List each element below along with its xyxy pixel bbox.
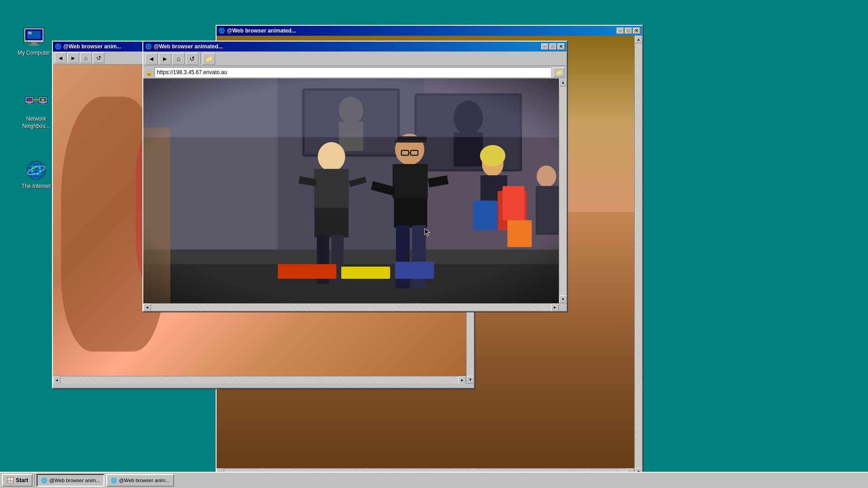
my-computer-icon[interactable]: My Computer — [14, 27, 54, 57]
network-icon-img — [24, 95, 48, 115]
scroll-down-front[interactable]: ▼ — [559, 296, 567, 303]
svg-point-16 — [42, 99, 44, 101]
my-computer-label: My Computer — [18, 50, 50, 57]
scroll-left-front[interactable]: ◄ — [143, 304, 151, 311]
window-front: 🌐 @Web browser animated... ─ □ ✕ ◄ ► ⌂ ↺… — [142, 41, 567, 312]
scroll-up-back[interactable]: ▲ — [635, 36, 642, 43]
browser-icon-front: 🌐 — [145, 43, 152, 50]
computer-icon-img — [22, 27, 46, 49]
taskbar-item-1-label: @Web browser anim... — [49, 478, 100, 483]
titlebar-front[interactable]: 🌐 @Web browser animated... ─ □ ✕ — [143, 42, 566, 52]
minimize-btn-front[interactable]: ─ — [541, 43, 548, 50]
scroll-left-mid[interactable]: ◄ — [53, 376, 61, 384]
close-btn-front[interactable]: ✕ — [557, 43, 565, 50]
maximize-btn-front[interactable]: □ — [549, 43, 557, 50]
scroll-down-mid[interactable]: ▼ — [467, 376, 474, 384]
forward-btn-mid[interactable]: ► — [67, 52, 79, 63]
refresh-btn-front[interactable]: ↺ — [186, 53, 198, 65]
titlebar-back[interactable]: 🌐 @Web browser animated... ─ □ ✕ — [217, 26, 642, 36]
taskbar-item-2[interactable]: 🌐 @Web browser anim... — [106, 474, 174, 487]
scroll-track-back[interactable] — [635, 43, 642, 468]
back-btn-mid[interactable]: ◄ — [55, 52, 66, 63]
address-icon-front: 🔒 — [145, 69, 153, 76]
network-label: NetworkNeighbou... — [22, 116, 50, 130]
toolbar-front: ◄ ► ⌂ ↺ 📁 — [143, 52, 566, 66]
titlebar-controls-back: ─ □ ✕ — [617, 28, 640, 34]
minimize-btn-back[interactable]: ─ — [617, 28, 624, 34]
scrollbar-h-front[interactable]: ◄ ► — [143, 303, 559, 311]
titlebar-title-mid: 🌐 @Web browser anim... — [55, 43, 121, 50]
home-btn-mid[interactable]: ⌂ — [80, 52, 92, 63]
taskbar-item-2-label: @Web browser anim... — [119, 478, 170, 483]
internet-label: The Internet — [22, 183, 51, 190]
home-btn-front[interactable]: ⌂ — [172, 53, 185, 65]
svg-rect-73 — [143, 79, 559, 303]
maximize-btn-back[interactable]: □ — [625, 28, 632, 34]
internet-icon-img — [24, 160, 48, 182]
start-button[interactable]: 🪟 Start — [2, 474, 33, 487]
svg-rect-13 — [42, 103, 44, 104]
scrollbar-v-back[interactable]: ▲ ▼ — [634, 36, 642, 476]
scroll-right-front[interactable]: ► — [551, 304, 559, 311]
taskbar: 🪟 Start 🌐 @Web browser anim... 🌐 @Web br… — [0, 472, 868, 488]
url-input-front[interactable] — [155, 67, 551, 77]
svg-rect-6 — [29, 44, 39, 46]
titlebar-title-back: 🌐 @Web browser animated... — [218, 28, 296, 34]
browser-icon-mid: 🌐 — [55, 43, 61, 50]
svg-rect-5 — [31, 42, 37, 44]
svg-rect-10 — [28, 103, 31, 104]
content-area-front — [143, 79, 559, 303]
close-btn-back[interactable]: ✕ — [633, 28, 640, 34]
start-label: Start — [16, 477, 28, 483]
address-bar-front: 🔒 📁 — [143, 66, 566, 79]
titlebar-title-front: 🌐 @Web browser animated... — [145, 43, 223, 50]
titlebar-controls-front: ─ □ ✕ — [541, 43, 565, 50]
taskbar-item-1[interactable]: 🌐 @Web browser anim... — [37, 474, 104, 487]
scrollbar-v-front[interactable]: ▲ ▼ — [559, 79, 566, 303]
svg-point-15 — [28, 99, 31, 101]
start-icon: 🪟 — [6, 477, 14, 484]
forward-btn-front[interactable]: ► — [159, 53, 171, 65]
scroll-right-mid[interactable]: ► — [458, 376, 466, 384]
folder-btn-front[interactable]: 📁 — [203, 53, 215, 65]
browser-icon-back: 🌐 — [218, 28, 225, 34]
refresh-btn-mid[interactable]: ↺ — [93, 52, 104, 63]
address-go-btn-front[interactable]: 📁 — [553, 67, 565, 77]
svg-rect-7 — [26, 41, 28, 42]
svg-rect-4 — [28, 32, 32, 34]
scroll-up-front[interactable]: ▲ — [559, 79, 567, 86]
scene-svg — [143, 79, 559, 303]
back-btn-front[interactable]: ◄ — [145, 53, 158, 65]
